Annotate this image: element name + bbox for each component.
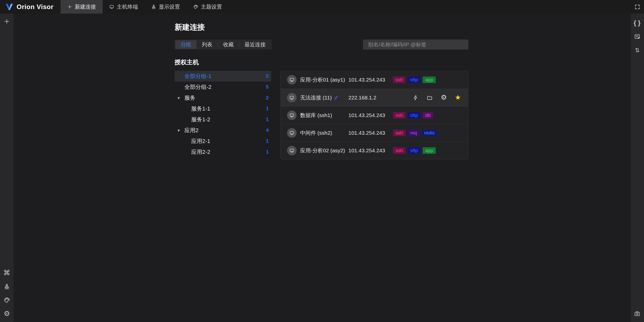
host-actions: ⚙★ <box>412 94 468 101</box>
tree-item[interactable]: 全部分组-25 <box>175 82 271 92</box>
tag-redis: redis <box>422 130 437 136</box>
left-sidebar-top <box>0 15 14 28</box>
main-content: 新建连接 分组列表收藏最近连接 授权主机 全部分组-15全部分组-25▾服务2服… <box>175 22 468 159</box>
host-list: 应用-分析01 (asy1)101.43.254.243sshsftpapp无法… <box>280 71 468 159</box>
stamp-icon <box>4 283 10 290</box>
tree-item[interactable]: ▾应用24 <box>175 125 271 136</box>
body-row: 全部分组-15全部分组-25▾服务2服务1-11服务1-21▾应用24应用2-1… <box>175 71 468 159</box>
host-row[interactable]: 应用-分析01 (asy1)101.43.254.243sshsftpapp <box>281 71 468 89</box>
tab-label: 主题设置 <box>201 3 222 10</box>
tree-item[interactable]: 服务1-21 <box>175 114 271 125</box>
caret-down-icon[interactable]: ▾ <box>178 128 180 133</box>
monitor-icon <box>109 4 114 9</box>
settings-button[interactable]: ⚙ <box>0 307 14 320</box>
host-avatar <box>287 146 297 155</box>
tag-sftp: sftp <box>408 112 421 119</box>
camera-icon <box>634 310 640 317</box>
host-row[interactable]: 无法连接 (11)222.168.1.2⚙★ <box>281 89 468 106</box>
host-settings-button[interactable]: ⚙ <box>440 94 447 101</box>
host-ip: 101.43.254.243 <box>348 130 393 136</box>
theme-settings-button[interactable] <box>0 293 14 307</box>
host-name: 应用-分析01 (asy1) <box>300 76 345 83</box>
host-avatar <box>287 111 297 120</box>
host-row[interactable]: 中间件 (ssh2)101.43.254.243sshmqredis <box>281 124 468 141</box>
right-sidebar: { } <box>630 14 644 322</box>
tree-item-label: 服务1-2 <box>191 116 266 123</box>
tree-item-label: 服务 <box>184 94 266 102</box>
tab-host-terminal[interactable]: 主机终端 <box>103 0 145 14</box>
tab-label: 主机终端 <box>117 3 138 10</box>
topbar-tabs: 新建连接主机终端显示设置主题设置 <box>61 0 229 14</box>
json-view-button[interactable]: { } <box>630 16 644 30</box>
host-name-col: 应用-分析02 (asy2) <box>300 147 348 154</box>
host-name: 应用-分析02 (asy2) <box>300 147 345 154</box>
sftp-files-button[interactable] <box>426 94 433 101</box>
tag-ssh: ssh <box>393 130 406 136</box>
tag-db: db <box>423 112 433 119</box>
tab-theme-settings[interactable]: 主题设置 <box>187 0 229 14</box>
host-avatar <box>287 93 297 102</box>
tree-item-label: 全部分组-1 <box>184 73 266 80</box>
display-settings-button[interactable] <box>0 280 14 293</box>
fullscreen-button[interactable] <box>630 0 644 14</box>
tab-label: 显示设置 <box>159 3 180 10</box>
document-bookmark-icon <box>634 33 640 40</box>
host-ip: 101.43.254.243 <box>348 77 393 83</box>
bookmark-doc-button[interactable] <box>630 30 644 43</box>
host-name-col: 应用-分析01 (asy1) <box>300 76 348 83</box>
view-tab-recent[interactable]: 最近连接 <box>239 40 271 49</box>
tree-item-count: 1 <box>266 106 269 112</box>
host-ip: 222.168.1.2 <box>348 95 393 101</box>
tree-item[interactable]: 全部分组-15 <box>175 71 271 82</box>
top-bar: Orion Visor 新建连接主机终端显示设置主题设置 <box>0 0 644 14</box>
fullscreen-icon <box>634 4 640 10</box>
star-icon: ★ <box>455 94 461 101</box>
tab-new-connection[interactable]: 新建连接 <box>61 0 103 14</box>
favorite-button[interactable]: ★ <box>455 94 461 101</box>
connect-terminal-button[interactable] <box>412 94 419 101</box>
tree-item-label: 应用2-1 <box>191 137 266 145</box>
host-ip: 101.43.254.243 <box>348 112 393 118</box>
view-tab-grouping[interactable]: 分组 <box>175 40 196 49</box>
host-name: 无法连接 (11) <box>300 94 332 101</box>
view-tab-list[interactable]: 列表 <box>196 40 218 49</box>
command-shortcuts-button[interactable]: ⌘ <box>0 266 14 280</box>
host-name: 数据库 (ssh1) <box>300 112 332 119</box>
palette-icon <box>193 4 198 9</box>
tree-item[interactable]: 应用2-21 <box>175 147 271 157</box>
page-title: 新建连接 <box>175 22 468 32</box>
tree-item-count: 1 <box>266 117 269 122</box>
right-sidebar-top: { } <box>630 16 644 57</box>
tree-item-count: 2 <box>266 95 269 101</box>
sort-order-button[interactable] <box>630 43 644 57</box>
sort-arrows-icon <box>634 47 640 53</box>
caret-down-icon[interactable]: ▾ <box>178 95 180 100</box>
view-tab-favorites[interactable]: 收藏 <box>218 40 239 49</box>
tree-item[interactable]: 服务1-11 <box>175 103 271 114</box>
app-window: Orion Visor 新建连接主机终端显示设置主题设置 ⌘⚙ 新建连接 分组列… <box>0 0 644 322</box>
tree-item[interactable]: ▾服务2 <box>175 92 271 103</box>
tab-display-settings[interactable]: 显示设置 <box>145 0 187 14</box>
monitor-icon <box>289 148 294 153</box>
stamp-icon <box>151 4 156 9</box>
tree-item[interactable]: 应用2-11 <box>175 136 271 147</box>
add-button[interactable] <box>0 15 14 28</box>
braces-icon: { } <box>634 20 641 26</box>
tree-heading: 授权主机 <box>175 58 468 66</box>
tree-item-count: 1 <box>266 138 269 144</box>
host-ip: 101.43.254.243 <box>348 148 393 154</box>
command-icon: ⌘ <box>3 269 10 276</box>
tag-ssh: ssh <box>393 112 406 119</box>
screenshot-button[interactable] <box>630 307 644 320</box>
host-tags: sshsftpapp <box>393 147 436 154</box>
gear-icon: ⚙ <box>441 94 447 101</box>
host-row[interactable]: 数据库 (ssh1)101.43.254.243sshsftpdb <box>281 106 468 124</box>
tag-app: app <box>423 147 436 154</box>
tree-item-count: 4 <box>266 127 269 133</box>
edit-name-button[interactable] <box>334 95 339 100</box>
search-input[interactable] <box>363 40 468 50</box>
app-title: Orion Visor <box>17 3 54 11</box>
monitor-icon <box>289 130 294 135</box>
host-row[interactable]: 应用-分析02 (asy2)101.43.254.243sshsftpapp <box>281 141 468 159</box>
host-tags: sshsftpdb <box>393 112 433 119</box>
